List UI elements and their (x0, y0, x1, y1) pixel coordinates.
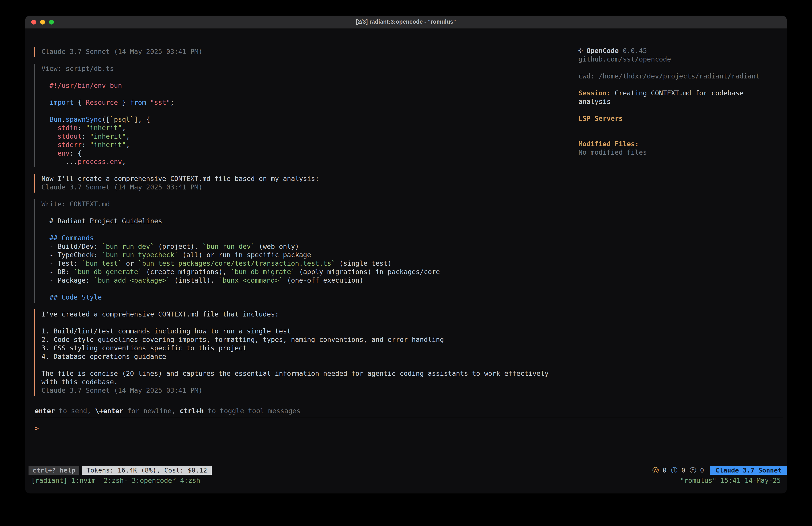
text-span: `bun add <package>` (94, 276, 170, 284)
text-span: { (74, 99, 86, 106)
text-span: "sst" (150, 99, 170, 106)
text-line: #!/usr/bin/env bun (41, 82, 573, 90)
text-line: - Test: `bun test` or `bun test packages… (41, 259, 573, 268)
tmux-window-list[interactable]: [radiant] 1:nvim 2:zsh- 3:opencode* 4:zs… (31, 477, 200, 485)
text-span: `bun test packages/core/test/transaction… (138, 259, 335, 268)
text-line (41, 73, 573, 82)
text-span: ([ (102, 115, 110, 124)
text-span: , (122, 158, 126, 166)
text-line: Claude 3.7 Sonnet (14 May 2025 03:41 PM) (41, 183, 573, 192)
titlebar: [2/3] radiant:3:opencode - "romulus" (25, 16, 787, 29)
text-line (41, 226, 573, 234)
text-line: - Build/Dev: `bun run dev` (project), `b… (41, 242, 573, 251)
text-line (579, 131, 781, 140)
diagnostic-icon: Ⓦ (652, 467, 659, 474)
text-span (146, 99, 150, 106)
text-span: - Test: (41, 259, 82, 268)
text-span: : (82, 132, 90, 140)
message-block: Claude 3.7 Sonnet (14 May 2025 03:41 PM) (34, 47, 573, 57)
sidebar: © OpenCode 0.0.45github.com/sst/opencode… (579, 47, 781, 157)
text-span (41, 99, 49, 106)
text-span: Write: CONTEXT.md (41, 200, 110, 208)
text-span: - Package: (41, 276, 94, 284)
text-line (41, 209, 573, 217)
text-span: I've created a comprehensive CONTEXT.md … (41, 310, 279, 318)
text-span: 1. Build/lint/test commands including ho… (41, 327, 291, 335)
text-line: 2. Code style guidelines covering import… (41, 336, 573, 344)
chat-blocks: Claude 3.7 Sonnet (14 May 2025 03:41 PM)… (34, 47, 573, 402)
text-line: - Package: `bun add <package>` (install)… (41, 276, 573, 285)
tmux-statusline: [radiant] 1:nvim 2:zsh- 3:opencode* 4:zs… (25, 477, 787, 485)
diagnostic-yellow-counter: Ⓦ 0 (652, 466, 667, 474)
text-line: View: script/db.ts (41, 65, 573, 73)
text-line: Claude 3.7 Sonnet (14 May 2025 03:41 PM) (41, 48, 573, 56)
text-span (41, 234, 49, 242)
text-span: 4. Database operations guidance (41, 353, 166, 360)
text-line: Claude 3.7 Sonnet (14 May 2025 03:41 PM) (41, 386, 573, 395)
close-button[interactable] (31, 19, 36, 25)
text-span: Creating CONTEXT.md for codebase (611, 89, 743, 97)
keybind-help-line: enter to send, \+enter for newline, ctrl… (35, 407, 300, 415)
desktop: [2/3] radiant:3:opencode - "romulus" Cla… (0, 0, 812, 526)
text-span: stderr (58, 141, 82, 149)
message-input[interactable]: > (35, 424, 569, 434)
terminal-window: [2/3] radiant:3:opencode - "romulus" Cla… (25, 16, 787, 494)
text-line: import { Resource } from "sst"; (41, 99, 573, 107)
text-span: : (82, 141, 90, 149)
text-span: LSP Servers (579, 115, 623, 123)
text-line: Modified Files: (579, 140, 781, 148)
text-span: to send, (55, 407, 95, 415)
text-line: I've created a comprehensive CONTEXT.md … (41, 310, 573, 319)
text-span: enter (35, 407, 55, 415)
text-span: Now I'll create a comprehensive CONTEXT.… (41, 175, 319, 183)
text-span: ## Commands (49, 234, 94, 242)
text-span: OpenCode (586, 47, 619, 55)
text-span: `bunx <command>` (219, 276, 283, 284)
text-span: Modified Files: (579, 140, 639, 148)
text-span: (single test) (335, 259, 392, 268)
text-line (41, 361, 573, 370)
text-span: © (579, 47, 586, 55)
text-span: ## Code Style (49, 293, 102, 301)
text-span: spawnSync (66, 115, 102, 124)
text-span: The file is concise (20 lines) and captu… (41, 370, 549, 378)
text-span: "inherit" (90, 141, 126, 149)
text-span: (apply migrations) in packages/core (295, 268, 440, 276)
text-span: github.com/sst/opencode (579, 55, 671, 63)
tmux-session-info: "romulus" 15:41 14-May-25 (680, 477, 781, 485)
text-span: Claude 3.7 Sonnet (14 May 2025 03:41 PM) (41, 48, 202, 56)
minimize-button[interactable] (40, 19, 45, 25)
text-line (41, 107, 573, 115)
help-chip: ctrl+? help (29, 466, 79, 475)
text-span: , (122, 124, 126, 132)
text-span: 3. CSS styling conventions specific to t… (41, 344, 247, 352)
text-line: analysis (579, 98, 781, 106)
text-line: Write: CONTEXT.md (41, 200, 573, 209)
text-span: No modified files (579, 148, 647, 156)
text-line: Session: Creating CONTEXT.md for codebas… (579, 89, 781, 98)
text-span: 0.0.45 (619, 47, 647, 55)
text-span: Session: (579, 89, 611, 97)
text-span: or (122, 259, 138, 268)
text-span: } (118, 99, 130, 106)
text-span: Claude 3.7 Sonnet (14 May 2025 03:41 PM) (41, 386, 202, 395)
text-span: (web only) (255, 242, 299, 251)
statusbar: ctrl+? help Tokens: 16.4K (8%), Cost: $0… (29, 466, 787, 475)
text-span: (install), (170, 276, 219, 284)
text-span: Bun (49, 115, 61, 124)
maximize-button[interactable] (49, 19, 54, 25)
message-block: I've created a comprehensive CONTEXT.md … (34, 309, 573, 396)
diagnostics-counters: Ⓦ 0ⓘ 0ⓗ 0 (652, 466, 704, 474)
text-span: `bun run dev` (203, 242, 255, 251)
text-span: `psql` (110, 115, 134, 124)
text-line (579, 106, 781, 115)
text-span: to toggle tool messages (204, 407, 301, 415)
text-line: © OpenCode 0.0.45 (579, 47, 781, 55)
text-span: ], { (134, 115, 150, 124)
tokens-cost-chip: Tokens: 16.4K (8%), Cost: $0.12 (82, 466, 212, 475)
text-line: with this codebase. (41, 378, 573, 386)
text-span: , (126, 141, 130, 149)
text-line: - DB: `bun db generate` (create migratio… (41, 268, 573, 276)
diagnostic-icon: ⓗ (690, 467, 696, 474)
text-span: ... (41, 158, 78, 166)
